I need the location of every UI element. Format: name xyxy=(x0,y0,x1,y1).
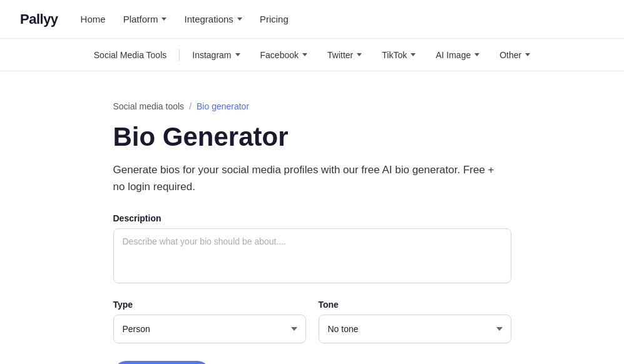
page-title: Bio Generator xyxy=(113,123,511,151)
twitter-dropdown-icon xyxy=(357,53,362,56)
tone-field-group: Tone No tone Professional Casual Funny I… xyxy=(319,300,511,343)
ai-image-dropdown-icon xyxy=(474,53,479,56)
nav-item-platform[interactable]: Platform xyxy=(123,14,167,24)
nav-divider xyxy=(179,49,180,61)
main-content: Social media tools / Bio generator Bio G… xyxy=(93,71,531,364)
type-label: Type xyxy=(113,300,306,310)
nav-item-integrations[interactable]: Integrations xyxy=(184,14,242,24)
type-field-group: Type Person Brand Business Creator xyxy=(113,300,306,343)
tone-select-wrapper: No tone Professional Casual Funny Inspir… xyxy=(319,315,511,343)
breadcrumb-parent[interactable]: Social media tools xyxy=(113,101,185,111)
brand-logo[interactable]: Pallyy xyxy=(20,11,58,28)
breadcrumb-separator: / xyxy=(189,101,192,111)
type-select[interactable]: Person Brand Business Creator xyxy=(113,315,306,343)
instagram-dropdown-icon xyxy=(235,53,240,56)
other-dropdown-icon xyxy=(525,53,530,56)
generate-bio-button[interactable]: Generate Bio xyxy=(113,361,211,364)
page-description: Generate bios for your social media prof… xyxy=(113,161,501,195)
breadcrumb: Social media tools / Bio generator xyxy=(113,101,511,111)
description-textarea[interactable] xyxy=(113,228,511,283)
type-select-wrapper: Person Brand Business Creator xyxy=(113,315,306,343)
description-label: Description xyxy=(113,213,511,223)
breadcrumb-current[interactable]: Bio generator xyxy=(197,101,249,111)
integrations-dropdown-icon xyxy=(237,18,242,21)
nav-other[interactable]: Other xyxy=(489,50,540,60)
top-navigation: Pallyy Home Platform Integrations Pricin… xyxy=(0,0,624,39)
nav-ai-image[interactable]: AI Image xyxy=(426,50,489,60)
facebook-dropdown-icon xyxy=(302,53,307,56)
nav-tiktok[interactable]: TikTok xyxy=(372,50,426,60)
tiktok-dropdown-icon xyxy=(411,53,416,56)
second-navigation: Social Media Tools Instagram Facebook Tw… xyxy=(0,39,624,71)
platform-dropdown-icon xyxy=(161,18,166,21)
nav-facebook[interactable]: Facebook xyxy=(250,50,317,60)
top-nav-list: Home Platform Integrations Pricing xyxy=(81,14,289,24)
tone-select[interactable]: No tone Professional Casual Funny Inspir… xyxy=(319,315,511,343)
nav-twitter[interactable]: Twitter xyxy=(317,50,372,60)
nav-social-media-tools[interactable]: Social Media Tools xyxy=(84,50,176,60)
tone-label: Tone xyxy=(319,300,511,310)
nav-item-pricing[interactable]: Pricing xyxy=(260,14,289,24)
nav-item-home[interactable]: Home xyxy=(81,14,106,24)
bio-generator-form: Description Type Person Brand Business C… xyxy=(113,213,511,364)
nav-instagram[interactable]: Instagram xyxy=(182,50,250,60)
type-tone-row: Type Person Brand Business Creator Tone xyxy=(113,300,511,343)
